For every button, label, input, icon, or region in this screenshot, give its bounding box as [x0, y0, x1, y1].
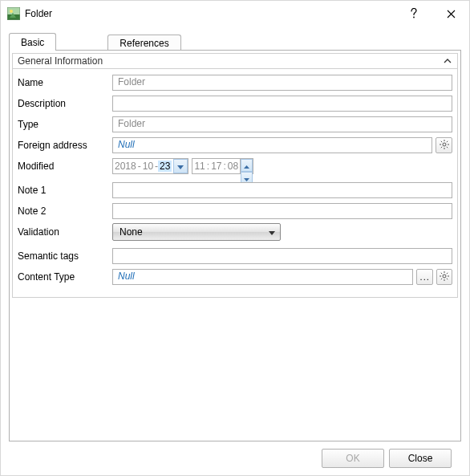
label-content-type: Content Type: [18, 271, 112, 283]
label-note2: Note 2: [18, 205, 112, 217]
close-window-button[interactable]: [432, 2, 469, 26]
label-modified: Modified: [18, 161, 112, 172]
dialog-window: Folder Basic References: [0, 0, 470, 476]
time-hour[interactable]: 11: [192, 161, 206, 172]
time-spin-up[interactable]: [241, 159, 253, 172]
client-area: Basic References General Information Nam…: [1, 26, 469, 475]
date-month[interactable]: 10: [141, 161, 155, 172]
svg-marker-10: [269, 231, 275, 235]
tab-strip: Basic References: [9, 33, 461, 51]
svg-point-11: [443, 275, 446, 278]
label-semantic-tags: Semantic tags: [18, 250, 112, 262]
time-second[interactable]: 08: [226, 161, 240, 172]
svg-point-5: [413, 17, 415, 18]
svg-point-2: [10, 10, 13, 13]
time-spin: [240, 159, 253, 173]
chevron-up-icon: [244, 160, 249, 171]
gear-icon: [439, 139, 450, 153]
note2-field[interactable]: [112, 203, 452, 219]
ellipsis-icon: ...: [420, 272, 430, 282]
name-field[interactable]: Folder: [112, 75, 452, 91]
chevron-down-icon: [269, 226, 275, 238]
semantic-tags-field[interactable]: [112, 248, 452, 264]
validation-value: None: [120, 226, 265, 238]
app-icon: [7, 7, 20, 20]
dialog-footer: OK Close: [9, 441, 461, 475]
close-button[interactable]: Close: [389, 449, 452, 468]
tab-references-label: References: [120, 38, 168, 49]
chevron-down-icon: [177, 161, 184, 172]
date-year[interactable]: 2018: [113, 161, 138, 172]
ok-button-label: OK: [346, 453, 359, 464]
ok-button[interactable]: OK: [322, 449, 384, 468]
foreign-address-field[interactable]: Null: [112, 137, 432, 153]
label-validation: Validation: [18, 226, 112, 238]
close-button-label: Close: [408, 453, 433, 464]
date-day[interactable]: 23: [158, 161, 172, 172]
note1-field[interactable]: [112, 182, 452, 198]
time-minute[interactable]: 17: [209, 161, 223, 172]
validation-combobox[interactable]: None: [112, 223, 281, 241]
group-body-general: Name Folder Description Type Fol: [12, 69, 458, 298]
label-name: Name: [18, 77, 112, 88]
description-field[interactable]: [112, 96, 452, 112]
content-type-settings-button[interactable]: [436, 269, 452, 285]
help-button[interactable]: [395, 2, 432, 26]
modified-date-picker[interactable]: 2018 - 10 - 23: [112, 158, 188, 174]
foreign-address-value: Null: [118, 139, 135, 150]
label-type: Type: [18, 119, 112, 130]
group-title: General Information: [18, 55, 443, 67]
type-field: Folder: [112, 116, 452, 132]
svg-point-6: [443, 143, 446, 146]
content-type-browse-button[interactable]: ...: [416, 269, 433, 285]
svg-marker-7: [177, 165, 184, 169]
group-header-general[interactable]: General Information: [12, 53, 458, 69]
label-note1: Note 1: [18, 185, 112, 196]
gear-icon: [439, 271, 450, 284]
chevron-up-icon: [443, 56, 452, 66]
svg-marker-9: [244, 178, 249, 181]
modified-time-picker[interactable]: 11 : 17 : 08: [192, 158, 253, 174]
svg-marker-8: [244, 165, 249, 169]
tab-basic-label: Basic: [21, 37, 44, 48]
content-type-value: Null: [118, 271, 135, 282]
foreign-address-settings-button[interactable]: [436, 137, 452, 153]
validation-dropdown-button[interactable]: [265, 225, 278, 239]
tab-panel-basic: General Information Name Folder Descript…: [9, 51, 461, 441]
label-foreign-address: Foreign address: [18, 140, 112, 151]
tab-basic[interactable]: Basic: [9, 33, 56, 51]
content-type-field[interactable]: Null: [112, 269, 413, 285]
date-dropdown-button[interactable]: [173, 159, 188, 173]
label-description: Description: [18, 98, 112, 109]
tab-references[interactable]: References: [107, 35, 180, 51]
window-title: Folder: [25, 8, 52, 19]
titlebar: Folder: [1, 1, 469, 26]
